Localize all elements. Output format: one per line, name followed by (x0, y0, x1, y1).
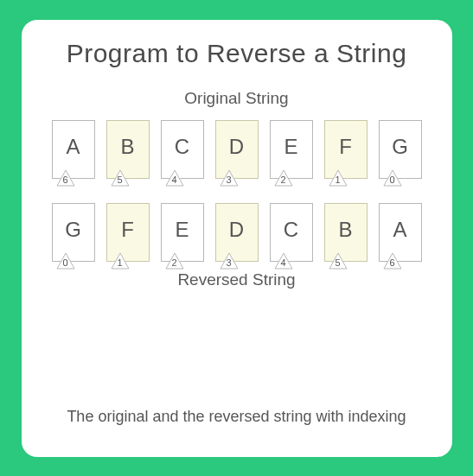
index-marker: 4 (274, 252, 293, 270)
char-cell: C4 (161, 120, 204, 179)
char-letter: G (392, 135, 408, 159)
index-value: 6 (62, 175, 67, 185)
index-marker: 2 (165, 252, 184, 270)
index-marker: 4 (165, 169, 184, 187)
char-cell: G0 (52, 203, 95, 262)
char-cell: B5 (106, 120, 150, 179)
page-title: Program to Reverse a String (67, 39, 407, 68)
index-marker: 0 (383, 169, 402, 187)
index-marker: 5 (111, 169, 130, 187)
char-letter: B (120, 135, 134, 159)
char-letter: G (65, 218, 81, 242)
index-value: 1 (117, 257, 122, 268)
index-value: 4 (280, 257, 285, 268)
index-marker: 0 (56, 252, 75, 270)
char-letter: E (175, 218, 189, 242)
char-cell: F1 (106, 203, 150, 262)
char-letter: F (121, 218, 134, 242)
index-value: 3 (226, 257, 231, 268)
caption-text: The original and the reversed string wit… (67, 408, 406, 426)
index-marker: 6 (383, 252, 402, 270)
index-value: 2 (171, 257, 176, 268)
char-letter: F (339, 135, 352, 159)
char-cell: C4 (270, 203, 313, 262)
reversed-string-label: Reversed String (177, 270, 295, 289)
reversed-row: G0F1E2D3C4B5A6 (52, 203, 422, 262)
index-value: 5 (117, 175, 122, 185)
index-marker: 3 (220, 169, 239, 187)
char-cell: B5 (324, 203, 368, 262)
index-value: 1 (335, 175, 340, 185)
char-cell: D3 (215, 203, 259, 262)
original-row: A6B5C4D3E2F1G0 (52, 120, 422, 179)
diagram-card: Program to Reverse a String Original Str… (22, 20, 452, 457)
index-value: 5 (335, 257, 340, 268)
index-value: 6 (389, 257, 394, 268)
index-value: 4 (171, 175, 176, 185)
index-marker: 6 (56, 169, 75, 187)
char-letter: D (229, 135, 244, 159)
char-letter: E (284, 135, 297, 159)
char-cell: A6 (52, 120, 95, 179)
index-marker: 1 (329, 169, 348, 187)
index-marker: 3 (220, 252, 239, 270)
index-value: 2 (280, 175, 285, 185)
char-cell: D3 (215, 120, 259, 179)
index-marker: 1 (111, 252, 130, 270)
index-marker: 2 (274, 169, 293, 187)
index-marker: 5 (329, 252, 348, 270)
char-letter: C (284, 218, 298, 242)
char-cell: G0 (379, 120, 422, 179)
char-letter: C (175, 135, 189, 159)
char-letter: A (66, 135, 80, 159)
index-value: 0 (62, 257, 67, 268)
index-value: 3 (226, 175, 231, 185)
char-letter: B (338, 218, 352, 242)
char-cell: F1 (324, 120, 368, 179)
char-cell: A6 (379, 203, 422, 262)
char-letter: A (393, 218, 406, 242)
char-cell: E2 (270, 120, 313, 179)
char-cell: E2 (161, 203, 204, 262)
original-string-label: Original String (184, 89, 288, 108)
index-value: 0 (389, 175, 394, 185)
char-letter: D (229, 218, 244, 242)
